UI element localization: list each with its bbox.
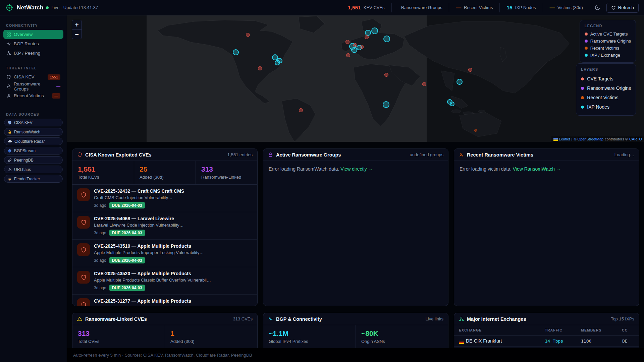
stat-ransomware-linked: 313 Ransomware-Linked bbox=[196, 161, 257, 184]
panel-meta: Top 15 IXPs bbox=[611, 316, 634, 321]
map-marker-cve[interactable] bbox=[299, 108, 303, 112]
cve-list-item[interactable]: CVE-2025-43510 — Apple Multiple Products… bbox=[72, 240, 257, 267]
source-pill-feodo-tracker[interactable]: Feodo Tracker bbox=[4, 175, 63, 183]
layer-dot-ixp bbox=[581, 106, 584, 109]
refresh-icon bbox=[611, 5, 616, 10]
sidebar-item-overview[interactable]: Overview bbox=[3, 30, 63, 39]
map-marker-ixp[interactable] bbox=[371, 27, 378, 34]
map-marker-cve[interactable] bbox=[468, 68, 472, 72]
map-marker-ixp[interactable] bbox=[450, 102, 454, 106]
source-pill-urlhaus[interactable]: URLhaus bbox=[4, 166, 63, 173]
sidebar-item-ixp-peering[interactable]: IXP / Peering bbox=[3, 49, 63, 58]
map-marker-ixp[interactable] bbox=[351, 47, 357, 53]
stat-ipv4-prefixes: ~1.1M Global IPv4 Prefixes bbox=[263, 325, 356, 348]
layer-toggle-origins[interactable]: Ransomware Origins bbox=[581, 83, 631, 93]
header-stat-groups: Ransomware Groups bbox=[391, 3, 449, 12]
refresh-button[interactable]: Refresh bbox=[606, 3, 639, 13]
warning-icon bbox=[8, 168, 12, 172]
panel-meta: undefined groups bbox=[410, 152, 443, 157]
map-marker-ixp[interactable] bbox=[383, 101, 389, 108]
footer-text: Auto-refresh every 5 min · Sources: CISA… bbox=[73, 353, 252, 358]
app-header: NetWatch Live · Updated 13:41:37 1,551 K… bbox=[0, 0, 644, 15]
legend-item-victims: Recent Victims bbox=[585, 45, 631, 52]
live-status-dot bbox=[46, 6, 49, 9]
legend-dot-origins bbox=[585, 40, 588, 43]
view-directly-link[interactable]: View directly → bbox=[340, 166, 373, 172]
map-marker-cve[interactable] bbox=[360, 45, 364, 49]
layer-toggle-cve[interactable]: CVE Targets bbox=[581, 74, 631, 83]
sidebar-item-ransomware-groups[interactable]: Ransomware Groups — bbox=[3, 82, 63, 91]
map-zoom-control: + − bbox=[72, 20, 82, 39]
carto-link[interactable]: CARTO bbox=[629, 137, 642, 141]
app-title: NetWatch bbox=[17, 4, 43, 11]
panel-ransomware-linked-cves: Ransomware-Linked CVEs 313 CVEs 313 Tota… bbox=[72, 313, 258, 348]
legend-dot-ixp bbox=[585, 54, 588, 57]
panel-title: Recent Ransomware Victims bbox=[467, 152, 533, 158]
map-marker-cve[interactable] bbox=[345, 40, 350, 44]
map-marker-ixp[interactable] bbox=[275, 60, 280, 65]
due-badge: DUE 2026-04-03 bbox=[109, 202, 145, 208]
leaflet-link[interactable]: Leaflet bbox=[559, 137, 570, 141]
map-marker-cve[interactable] bbox=[346, 53, 350, 57]
view-ransomwatch-link[interactable]: View RansomWatch → bbox=[513, 166, 561, 172]
map-marker-ixp[interactable] bbox=[383, 36, 390, 42]
map-marker-victim[interactable] bbox=[474, 129, 477, 132]
source-pill-cloudflare-radar[interactable]: Cloudflare Radar bbox=[4, 137, 63, 145]
due-badge: DUE 2026-04-03 bbox=[109, 257, 145, 263]
legend-item-cve: Active CVE Targets bbox=[585, 31, 631, 38]
source-pill-peeringdb[interactable]: PeeringDB bbox=[4, 156, 63, 164]
source-pill-bgpstream[interactable]: BGPStream bbox=[4, 147, 63, 155]
legend-dot-victims bbox=[585, 47, 588, 50]
layer-dot-origins bbox=[581, 87, 584, 90]
osm-link[interactable]: © OpenStreetMap bbox=[574, 137, 603, 141]
cve-list-item[interactable]: CVE-2025-32432 — Craft CMS Craft CMS Cra… bbox=[72, 185, 257, 212]
panel-title: Ransomware-Linked CVEs bbox=[85, 316, 147, 322]
warning-icon bbox=[77, 316, 82, 321]
sidebar-divider bbox=[5, 62, 62, 62]
section-data-sources: Data Sources bbox=[6, 112, 61, 116]
dashboard-panels: CISA Known Exploited CVEs 1,551 entries … bbox=[67, 142, 644, 348]
zoom-in-button[interactable]: + bbox=[72, 20, 82, 29]
map-marker-cve[interactable] bbox=[384, 73, 388, 77]
legend-dot-cve bbox=[585, 33, 588, 36]
panel-title: Active Ransomware Groups bbox=[276, 152, 341, 158]
map-marker-ixp[interactable] bbox=[457, 79, 463, 85]
map-marker-cve[interactable] bbox=[422, 82, 426, 86]
cloud-icon bbox=[8, 139, 12, 143]
sidebar-item-recent-victims[interactable]: Recent Victims — bbox=[3, 91, 63, 100]
map-marker-cve[interactable] bbox=[365, 35, 369, 39]
ixp-table-row[interactable]: DE-CIX Frankfurt 14 Tbps 1100 DE bbox=[454, 336, 639, 347]
map-marker-cve[interactable] bbox=[353, 43, 357, 47]
lock-icon bbox=[8, 130, 12, 134]
layer-toggle-victims[interactable]: Recent Victims bbox=[581, 93, 631, 102]
map-marker-cve[interactable] bbox=[258, 66, 262, 70]
sidebar-item-cisa-kev[interactable]: CISA KEV 1551 bbox=[3, 72, 63, 81]
ransomware-groups-value: — bbox=[56, 84, 60, 89]
panel-bgp-connectivity: BGP & Connectivity Live links ~1.1M Glob… bbox=[263, 313, 448, 348]
cve-list-item[interactable]: CVE-2025-31277 — Apple Multiple Products… bbox=[72, 295, 257, 306]
panel-meta: Loading… bbox=[614, 152, 634, 157]
map-marker-ixp[interactable] bbox=[233, 49, 239, 55]
source-pill-ransomwatch[interactable]: RansomWatch bbox=[4, 128, 63, 136]
stat-origin-asns: ~80K Origin ASNs bbox=[356, 325, 448, 348]
header-stat-victims-30d: — Victims (30d) bbox=[543, 3, 590, 12]
cve-list-item[interactable]: CVE-2025-54068 — Laravel Livewire Larave… bbox=[72, 212, 257, 240]
shield-icon bbox=[77, 152, 82, 157]
sidebar: Connectivity Overview BGP Routes bbox=[0, 15, 67, 362]
layer-toggle-ixp[interactable]: IXP Nodes bbox=[581, 102, 631, 112]
network-icon bbox=[6, 51, 11, 56]
zoom-out-button[interactable]: − bbox=[72, 29, 82, 39]
status-bar: Auto-refresh every 5 min · Sources: CISA… bbox=[67, 348, 644, 362]
cve-list-item[interactable]: CVE-2025-43520 — Apple Multiple Products… bbox=[72, 267, 257, 295]
world-map[interactable]: + − Legend Active CVE Targets Ransomware… bbox=[67, 15, 644, 142]
panel-title: BGP & Connectivity bbox=[276, 316, 322, 322]
map-marker-cve[interactable] bbox=[246, 33, 250, 37]
panel-meta: 1,551 entries bbox=[227, 152, 253, 157]
theme-toggle-button[interactable] bbox=[590, 3, 605, 12]
sidebar-item-bgp-routes[interactable]: BGP Routes bbox=[3, 39, 63, 48]
legend-title: Legend bbox=[585, 24, 631, 28]
map-legend: Legend Active CVE Targets Ransomware Ori… bbox=[580, 20, 636, 63]
layer-dot-cve bbox=[581, 77, 584, 80]
ukraine-flag-icon bbox=[553, 138, 558, 141]
source-pill-cisa-kev[interactable]: CISA KEV bbox=[4, 119, 63, 126]
